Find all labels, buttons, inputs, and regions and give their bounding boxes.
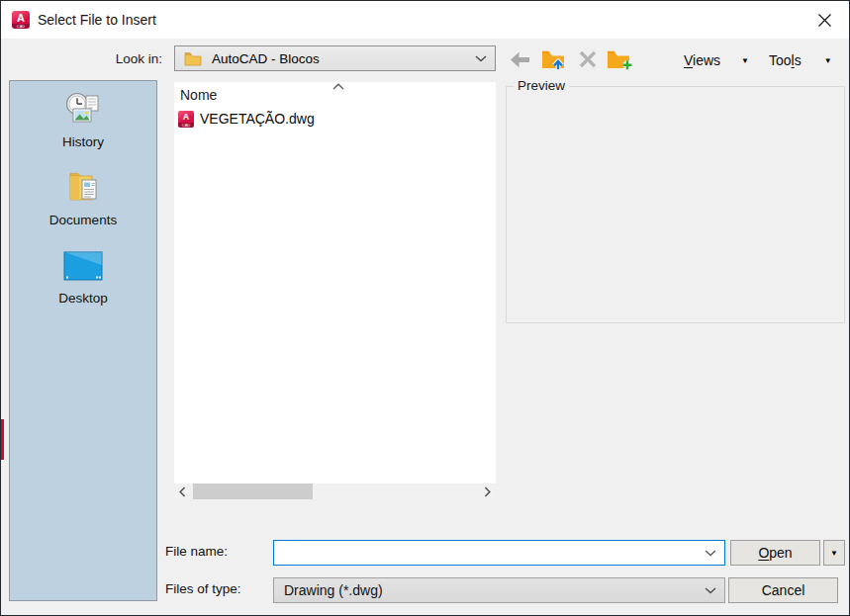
files-of-type-dropdown[interactable]: Drawing (*.dwg) — [273, 577, 725, 603]
cancel-button[interactable]: Cancel — [728, 577, 838, 603]
file-list: Nome A CAD VEGETAÇÃO.dwg — [174, 82, 496, 484]
chevron-down-icon[interactable] — [705, 550, 724, 557]
autocad-dwg-icon: A CAD — [178, 111, 194, 128]
files-of-type-value: Drawing (*.dwg) — [284, 582, 383, 598]
tools-menu-button[interactable]: Tools ▼ — [769, 49, 832, 71]
autocad-icon-letter: A — [12, 11, 30, 24]
cancel-button-label: Cancel — [762, 582, 805, 598]
views-label: Views — [684, 52, 720, 68]
column-header-name[interactable]: Nome — [180, 87, 217, 103]
caret-down-icon: ▼ — [830, 549, 838, 558]
preview-label: Preview — [514, 78, 569, 93]
look-in-dropdown[interactable]: AutoCAD - Blocos — [174, 45, 496, 71]
views-menu-button[interactable]: Views ▼ — [684, 49, 749, 71]
folder-icon — [184, 51, 202, 66]
close-icon — [817, 13, 832, 28]
scroll-right-button[interactable] — [479, 484, 496, 499]
sidebar-item-label: Documents — [49, 213, 117, 227]
open-button[interactable]: Open — [730, 540, 820, 566]
autocad-icon-sub: CAD — [12, 24, 30, 29]
documents-folder-icon — [66, 170, 100, 206]
open-options-button[interactable]: ▼ — [823, 540, 845, 566]
file-list-item[interactable]: A CAD VEGETAÇÃO.dwg — [178, 109, 315, 129]
open-button-label: Open — [758, 545, 792, 561]
sidebar-item-desktop[interactable]: Desktop — [14, 248, 152, 306]
files-of-type-label: Files of type: — [165, 581, 241, 596]
look-in-label: Look in: — [21, 51, 162, 66]
new-folder-icon — [607, 49, 633, 70]
scrollbar-thumb[interactable] — [193, 484, 313, 499]
history-clock-photos-icon — [64, 92, 102, 128]
title-bar: A CAD Select File to Insert — [1, 1, 849, 39]
caret-down-icon: ▼ — [741, 56, 749, 65]
look-in-value: AutoCAD - Blocos — [212, 51, 320, 66]
file-name-input[interactable] — [274, 541, 705, 565]
new-folder-button[interactable] — [605, 46, 634, 72]
delete-button[interactable] — [573, 46, 603, 72]
up-one-level-button[interactable] — [538, 46, 568, 72]
desktop-monitor-icon — [63, 248, 103, 284]
close-button[interactable] — [807, 5, 841, 35]
preview-panel: Preview — [506, 86, 845, 323]
caret-down-icon: ▼ — [824, 56, 832, 65]
chevron-down-icon — [705, 587, 716, 594]
file-name-combobox[interactable] — [273, 540, 725, 566]
autocad-app-icon: A CAD — [12, 11, 30, 29]
back-button[interactable] — [505, 46, 534, 72]
sidebar-item-label: Desktop — [58, 291, 108, 306]
screen-edge-artifact — [1, 419, 4, 460]
chevron-down-icon — [475, 55, 487, 62]
up-one-level-folder-icon — [541, 49, 566, 70]
sort-ascending-caret-icon — [332, 83, 344, 90]
file-name-text: VEGETAÇÃO.dwg — [200, 111, 315, 127]
sidebar-item-label: History — [62, 134, 104, 149]
tools-label: Tools — [769, 52, 802, 68]
scroll-left-button[interactable] — [174, 484, 191, 499]
sidebar-item-documents[interactable]: Documents — [14, 170, 152, 227]
window-title: Select File to Insert — [38, 12, 156, 28]
horizontal-scrollbar[interactable] — [174, 484, 496, 499]
places-sidebar: History Documents — [9, 80, 157, 601]
delete-x-icon — [579, 50, 597, 68]
select-file-dialog: A CAD Select File to Insert Look in: Aut… — [0, 0, 850, 616]
sidebar-item-history[interactable]: History — [14, 92, 152, 149]
file-name-label: File name: — [165, 544, 228, 559]
back-arrow-icon — [510, 51, 530, 68]
